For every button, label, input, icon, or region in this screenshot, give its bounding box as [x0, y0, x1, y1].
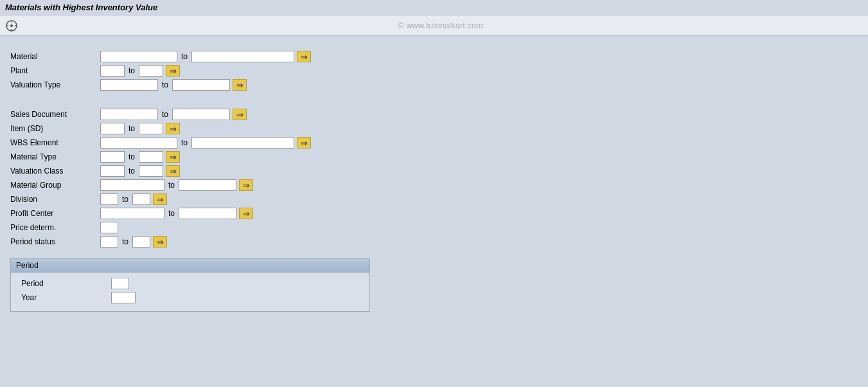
profit-center-to-label: to [168, 209, 175, 218]
period-header-label: Period [16, 261, 39, 270]
sales-document-from-input[interactable] [100, 109, 158, 120]
main-content: Material to Plant to Valuation Type to S… [0, 36, 868, 320]
sales-document-row: Sales Document to [10, 108, 858, 121]
division-label: Division [10, 195, 100, 204]
item-sd-arrow-button[interactable] [166, 123, 180, 134]
price-determ-label: Price determ. [10, 223, 100, 232]
profit-center-arrow-button[interactable] [239, 208, 253, 219]
division-to-input[interactable] [132, 194, 150, 205]
material-group-to-label: to [168, 181, 175, 190]
period-status-arrow-button[interactable] [153, 236, 167, 248]
watermark-text: © www.tutorialkart.com [18, 21, 863, 30]
price-determ-row: Price determ. [10, 221, 858, 234]
plant-to-label: to [128, 66, 135, 75]
period-field-input[interactable] [111, 278, 129, 289]
material-type-from-input[interactable] [100, 151, 125, 163]
valuation-class-arrow-button[interactable] [166, 165, 180, 177]
material-type-row: Material Type to [10, 150, 858, 163]
valuation-type-row: Valuation Type to [10, 78, 858, 91]
valuation-type-to-label: to [162, 80, 168, 89]
sales-document-arrow-button[interactable] [233, 109, 247, 120]
profit-center-from-input[interactable] [100, 208, 164, 219]
section-1: Material to Plant to Valuation Type to [10, 44, 858, 91]
year-field-row: Year [21, 292, 359, 303]
material-from-input[interactable] [100, 51, 177, 62]
valuation-class-to-input[interactable] [139, 165, 163, 177]
material-to-input[interactable] [191, 51, 294, 62]
material-group-arrow-button[interactable] [239, 179, 253, 191]
wbs-element-row: WBS Element to [10, 136, 858, 149]
valuation-type-arrow-button[interactable] [233, 79, 247, 91]
valuation-class-label: Valuation Class [10, 166, 100, 176]
compass-icon[interactable] [5, 19, 18, 32]
material-arrow-button[interactable] [297, 51, 311, 62]
plant-from-input[interactable] [100, 65, 125, 76]
material-type-label: Material Type [10, 152, 100, 161]
wbs-element-to-input[interactable] [191, 137, 294, 148]
valuation-class-from-input[interactable] [100, 165, 125, 177]
wbs-element-arrow-button[interactable] [297, 137, 311, 148]
valuation-class-row: Valuation Class to [10, 165, 858, 177]
material-row: Material to [10, 50, 858, 63]
section-2: Sales Document to Item (SD) to WBS Eleme… [10, 108, 858, 248]
period-section-header: Period [11, 259, 369, 273]
year-field-input[interactable] [111, 292, 136, 303]
plant-label: Plant [10, 66, 100, 75]
division-from-input[interactable] [100, 194, 118, 205]
period-section: Period Period Year [10, 258, 370, 312]
material-type-to-input[interactable] [139, 151, 163, 163]
item-sd-row: Item (SD) to [10, 122, 858, 135]
plant-to-input[interactable] [139, 65, 163, 76]
division-arrow-button[interactable] [153, 194, 167, 205]
item-sd-to-input[interactable] [139, 123, 163, 134]
period-status-from-input[interactable] [100, 236, 118, 248]
plant-arrow-button[interactable] [166, 65, 180, 76]
year-field-label: Year [21, 293, 111, 302]
price-determ-input[interactable] [100, 222, 118, 233]
toolbar: © www.tutorialkart.com [0, 15, 868, 36]
valuation-type-to-input[interactable] [172, 79, 230, 91]
page-title: Materials with Highest Inventory Value [5, 3, 157, 12]
item-sd-from-input[interactable] [100, 123, 125, 134]
sales-document-label: Sales Document [10, 110, 100, 119]
item-sd-label: Item (SD) [10, 124, 100, 133]
period-field-row: Period [21, 278, 359, 289]
svg-point-1 [10, 24, 13, 27]
period-status-to-label: to [122, 237, 128, 246]
material-label: Material [10, 52, 100, 61]
valuation-type-from-input[interactable] [100, 79, 158, 91]
item-sd-to-label: to [128, 124, 135, 133]
period-status-row: Period status to [10, 235, 858, 248]
period-status-label: Period status [10, 237, 100, 246]
profit-center-label: Profit Center [10, 209, 100, 218]
material-to-label: to [181, 52, 188, 61]
period-field-label: Period [21, 279, 111, 288]
period-section-body: Period Year [11, 273, 369, 311]
profit-center-row: Profit Center to [10, 207, 858, 220]
plant-row: Plant to [10, 64, 858, 77]
material-group-from-input[interactable] [100, 179, 164, 191]
wbs-element-label: WBS Element [10, 138, 100, 147]
period-status-to-input[interactable] [132, 236, 150, 248]
material-type-arrow-button[interactable] [166, 151, 180, 163]
material-group-to-input[interactable] [179, 179, 236, 191]
material-group-label: Material Group [10, 181, 100, 190]
title-bar: Materials with Highest Inventory Value [0, 0, 868, 15]
material-group-row: Material Group to [10, 179, 858, 192]
profit-center-to-input[interactable] [179, 208, 236, 219]
sales-document-to-input[interactable] [172, 109, 230, 120]
wbs-element-to-label: to [181, 138, 188, 147]
division-to-label: to [122, 195, 128, 204]
valuation-class-to-label: to [128, 166, 135, 176]
valuation-type-label: Valuation Type [10, 80, 100, 89]
material-type-to-label: to [128, 152, 135, 161]
wbs-element-from-input[interactable] [100, 137, 177, 148]
division-row: Division to [10, 193, 858, 206]
sales-document-to-label: to [162, 110, 168, 119]
